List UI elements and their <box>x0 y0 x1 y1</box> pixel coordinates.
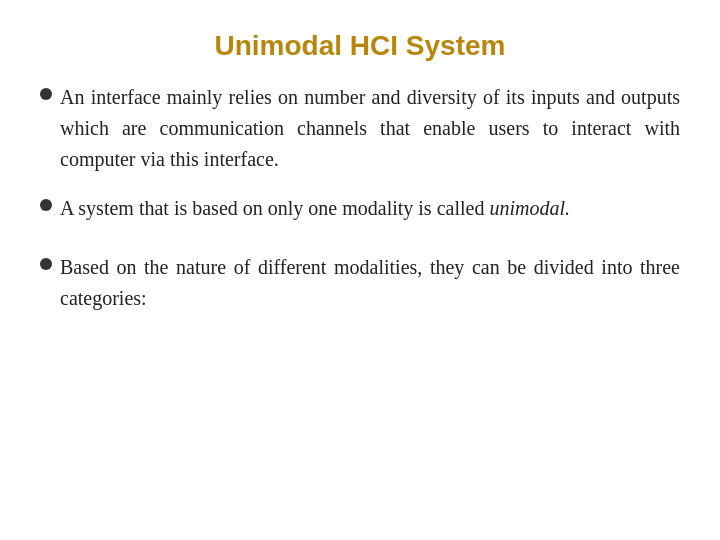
bullet-2-normal: A system that is based on only one modal… <box>60 197 489 219</box>
bullet-2-italic: unimodal. <box>489 197 570 219</box>
bullet-2-text: A system that is based on only one modal… <box>60 193 680 224</box>
bullet-3: Based on the nature of different modalit… <box>40 252 680 314</box>
slide: Unimodal HCI System An interface mainly … <box>0 0 720 540</box>
bullet-2: A system that is based on only one modal… <box>40 193 680 224</box>
bullet-dot-2 <box>40 199 52 211</box>
bullet-dot-3 <box>40 258 52 270</box>
bullet-3-content: Based on the nature of different modalit… <box>60 256 680 309</box>
bullet-3-text: Based on the nature of different modalit… <box>60 252 680 314</box>
bullet-1: An interface mainly relies on number and… <box>40 82 680 175</box>
bullet-dot-1 <box>40 88 52 100</box>
slide-title: Unimodal HCI System <box>40 30 680 62</box>
bullet-1-text: An interface mainly relies on number and… <box>60 82 680 175</box>
bullet-1-content: An interface mainly relies on number and… <box>60 86 680 170</box>
